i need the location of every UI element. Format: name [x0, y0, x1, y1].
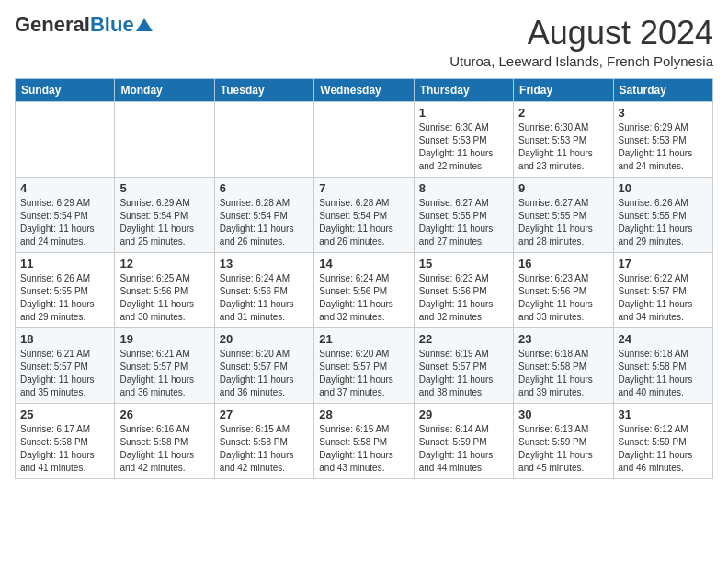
calendar-cell: 11Sunrise: 6:26 AM Sunset: 5:55 PM Dayli… — [16, 252, 115, 327]
day-info: Sunrise: 6:23 AM Sunset: 5:56 PM Dayligh… — [518, 272, 608, 324]
day-number: 20 — [220, 332, 309, 346]
calendar-cell: 16Sunrise: 6:23 AM Sunset: 5:56 PM Dayli… — [514, 252, 613, 327]
calendar-week-5: 25Sunrise: 6:17 AM Sunset: 5:58 PM Dayli… — [16, 403, 713, 478]
month-year: August 2024 — [449, 15, 713, 52]
day-info: Sunrise: 6:13 AM Sunset: 5:59 PM Dayligh… — [518, 423, 608, 475]
day-number: 8 — [419, 181, 508, 195]
calendar-cell: 9Sunrise: 6:27 AM Sunset: 5:55 PM Daylig… — [514, 177, 613, 252]
day-number: 11 — [20, 257, 109, 270]
column-header-saturday: Saturday — [613, 78, 712, 101]
calendar-cell: 24Sunrise: 6:18 AM Sunset: 5:58 PM Dayli… — [613, 327, 712, 403]
day-number: 23 — [518, 332, 608, 346]
calendar-week-2: 4Sunrise: 6:29 AM Sunset: 5:54 PM Daylig… — [16, 177, 713, 252]
day-number: 7 — [319, 181, 408, 195]
logo: GeneralBlue — [15, 15, 153, 35]
day-number: 30 — [518, 408, 608, 421]
day-info: Sunrise: 6:18 AM Sunset: 5:58 PM Dayligh… — [619, 348, 708, 399]
calendar-cell: 30Sunrise: 6:13 AM Sunset: 5:59 PM Dayli… — [514, 403, 613, 478]
calendar-cell: 1Sunrise: 6:30 AM Sunset: 5:53 PM Daylig… — [414, 101, 513, 177]
day-number: 24 — [619, 332, 708, 346]
logo-text: GeneralBlue — [15, 15, 134, 35]
day-number: 12 — [119, 257, 209, 270]
calendar-week-4: 18Sunrise: 6:21 AM Sunset: 5:57 PM Dayli… — [16, 327, 713, 403]
day-info: Sunrise: 6:27 AM Sunset: 5:55 PM Dayligh… — [419, 197, 508, 248]
day-info: Sunrise: 6:30 AM Sunset: 5:53 PM Dayligh… — [518, 121, 608, 173]
calendar: SundayMondayTuesdayWednesdayThursdayFrid… — [15, 78, 713, 479]
calendar-week-1: 1Sunrise: 6:30 AM Sunset: 5:53 PM Daylig… — [16, 101, 713, 177]
day-number: 2 — [518, 106, 608, 120]
day-number: 17 — [619, 257, 708, 270]
day-info: Sunrise: 6:17 AM Sunset: 5:58 PM Dayligh… — [20, 423, 109, 475]
column-header-wednesday: Wednesday — [314, 78, 414, 101]
calendar-cell: 14Sunrise: 6:24 AM Sunset: 5:56 PM Dayli… — [314, 252, 414, 327]
logo-blue: Blue — [90, 13, 134, 36]
calendar-cell: 19Sunrise: 6:21 AM Sunset: 5:57 PM Dayli… — [115, 327, 214, 403]
day-info: Sunrise: 6:18 AM Sunset: 5:58 PM Dayligh… — [518, 348, 608, 399]
day-info: Sunrise: 6:29 AM Sunset: 5:54 PM Dayligh… — [119, 197, 209, 248]
svg-marker-0 — [136, 18, 153, 31]
day-number: 5 — [119, 181, 209, 195]
day-number: 1 — [419, 106, 508, 120]
column-header-tuesday: Tuesday — [214, 78, 313, 101]
column-header-monday: Monday — [115, 78, 214, 101]
calendar-cell: 3Sunrise: 6:29 AM Sunset: 5:53 PM Daylig… — [613, 101, 712, 177]
day-number: 19 — [119, 332, 209, 346]
calendar-cell: 2Sunrise: 6:30 AM Sunset: 5:53 PM Daylig… — [514, 101, 613, 177]
calendar-cell — [314, 101, 414, 177]
logo-icon — [136, 18, 153, 31]
day-info: Sunrise: 6:26 AM Sunset: 5:55 PM Dayligh… — [20, 272, 109, 324]
day-info: Sunrise: 6:29 AM Sunset: 5:53 PM Dayligh… — [619, 121, 708, 173]
calendar-cell — [16, 101, 115, 177]
calendar-cell — [214, 101, 313, 177]
calendar-cell: 17Sunrise: 6:22 AM Sunset: 5:57 PM Dayli… — [613, 252, 712, 327]
day-info: Sunrise: 6:26 AM Sunset: 5:55 PM Dayligh… — [619, 197, 708, 248]
day-number: 4 — [20, 181, 109, 195]
calendar-cell: 15Sunrise: 6:23 AM Sunset: 5:56 PM Dayli… — [414, 252, 513, 327]
day-info: Sunrise: 6:28 AM Sunset: 5:54 PM Dayligh… — [319, 197, 408, 248]
day-info: Sunrise: 6:24 AM Sunset: 5:56 PM Dayligh… — [319, 272, 408, 324]
day-info: Sunrise: 6:20 AM Sunset: 5:57 PM Dayligh… — [220, 348, 309, 399]
calendar-cell — [115, 101, 214, 177]
day-number: 16 — [518, 257, 608, 270]
day-number: 9 — [518, 181, 608, 195]
column-header-thursday: Thursday — [414, 78, 513, 101]
day-info: Sunrise: 6:15 AM Sunset: 5:58 PM Dayligh… — [319, 423, 408, 475]
calendar-cell: 21Sunrise: 6:20 AM Sunset: 5:57 PM Dayli… — [314, 327, 414, 403]
day-number: 29 — [419, 408, 508, 421]
calendar-cell: 31Sunrise: 6:12 AM Sunset: 5:59 PM Dayli… — [613, 403, 712, 478]
day-number: 22 — [419, 332, 508, 346]
calendar-cell: 8Sunrise: 6:27 AM Sunset: 5:55 PM Daylig… — [414, 177, 513, 252]
day-number: 10 — [619, 181, 708, 195]
calendar-cell: 27Sunrise: 6:15 AM Sunset: 5:58 PM Dayli… — [214, 403, 313, 478]
calendar-cell: 26Sunrise: 6:16 AM Sunset: 5:58 PM Dayli… — [115, 403, 214, 478]
page-header: GeneralBlue August 2024 Uturoa, Leeward … — [15, 15, 713, 69]
location: Uturoa, Leeward Islands, French Polynesi… — [449, 53, 713, 69]
calendar-cell: 12Sunrise: 6:25 AM Sunset: 5:56 PM Dayli… — [115, 252, 214, 327]
day-number: 27 — [220, 408, 309, 421]
calendar-cell: 29Sunrise: 6:14 AM Sunset: 5:59 PM Dayli… — [414, 403, 513, 478]
calendar-cell: 25Sunrise: 6:17 AM Sunset: 5:58 PM Dayli… — [16, 403, 115, 478]
day-number: 28 — [319, 408, 408, 421]
day-info: Sunrise: 6:22 AM Sunset: 5:57 PM Dayligh… — [619, 272, 708, 324]
day-number: 13 — [220, 257, 309, 270]
day-info: Sunrise: 6:25 AM Sunset: 5:56 PM Dayligh… — [119, 272, 209, 324]
calendar-cell: 13Sunrise: 6:24 AM Sunset: 5:56 PM Dayli… — [214, 252, 313, 327]
day-number: 14 — [319, 257, 408, 270]
calendar-week-3: 11Sunrise: 6:26 AM Sunset: 5:55 PM Dayli… — [16, 252, 713, 327]
calendar-cell: 20Sunrise: 6:20 AM Sunset: 5:57 PM Dayli… — [214, 327, 313, 403]
day-number: 18 — [20, 332, 109, 346]
day-info: Sunrise: 6:30 AM Sunset: 5:53 PM Dayligh… — [419, 121, 508, 173]
day-info: Sunrise: 6:16 AM Sunset: 5:58 PM Dayligh… — [119, 423, 209, 475]
day-info: Sunrise: 6:23 AM Sunset: 5:56 PM Dayligh… — [419, 272, 508, 324]
day-info: Sunrise: 6:15 AM Sunset: 5:58 PM Dayligh… — [220, 423, 309, 475]
day-number: 31 — [619, 408, 708, 421]
day-info: Sunrise: 6:28 AM Sunset: 5:54 PM Dayligh… — [220, 197, 309, 248]
calendar-header-row: SundayMondayTuesdayWednesdayThursdayFrid… — [16, 78, 713, 101]
day-info: Sunrise: 6:21 AM Sunset: 5:57 PM Dayligh… — [119, 348, 209, 399]
column-header-friday: Friday — [514, 78, 613, 101]
day-info: Sunrise: 6:19 AM Sunset: 5:57 PM Dayligh… — [419, 348, 508, 399]
calendar-cell: 28Sunrise: 6:15 AM Sunset: 5:58 PM Dayli… — [314, 403, 414, 478]
calendar-cell: 18Sunrise: 6:21 AM Sunset: 5:57 PM Dayli… — [16, 327, 115, 403]
day-info: Sunrise: 6:21 AM Sunset: 5:57 PM Dayligh… — [20, 348, 109, 399]
day-number: 25 — [20, 408, 109, 421]
